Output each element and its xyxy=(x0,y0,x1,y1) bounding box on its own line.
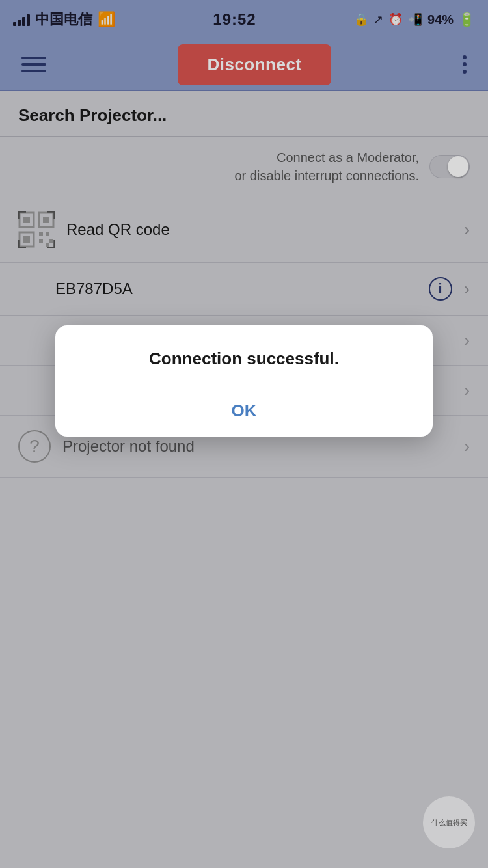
connection-dialog: Connection successful. OK xyxy=(55,325,433,437)
dialog-title: Connection successful. xyxy=(149,349,339,368)
dialog-footer: OK xyxy=(55,385,433,437)
dialog-body: Connection successful. xyxy=(55,325,433,385)
dialog-ok-button[interactable]: OK xyxy=(212,397,277,425)
dialog-overlay: Connection successful. OK xyxy=(0,0,488,868)
